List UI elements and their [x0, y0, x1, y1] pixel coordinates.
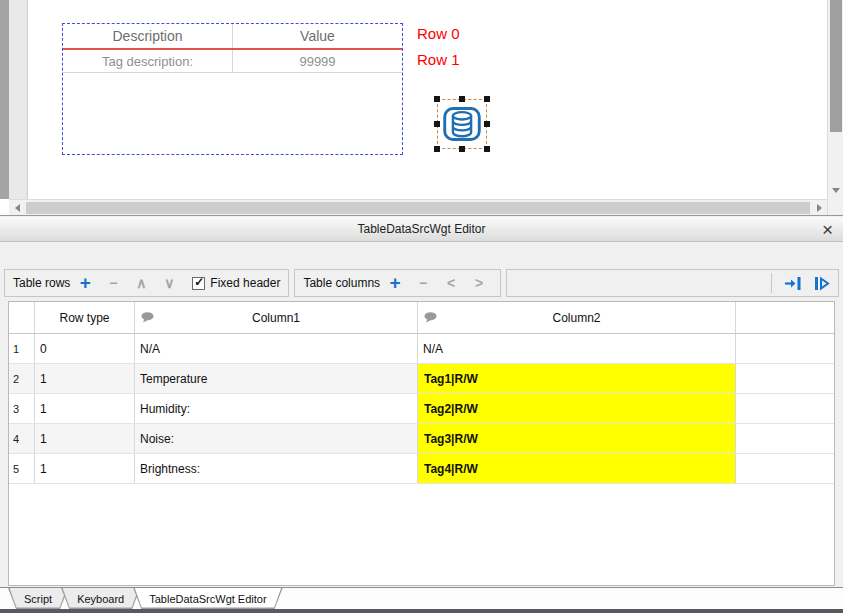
table-widget-header-description: Description: [63, 24, 233, 48]
row-number[interactable]: 2: [9, 364, 35, 393]
move-column-left-button[interactable]: <: [438, 275, 464, 291]
triangle-left-icon: [15, 204, 20, 212]
row-number[interactable]: 3: [9, 394, 35, 423]
selection-handle[interactable]: [434, 96, 440, 102]
bar-triangle-icon: [814, 276, 830, 291]
add-row-button[interactable]: +: [72, 271, 98, 295]
grid-cell-row-type[interactable]: 1: [35, 394, 135, 423]
grid-header-column1[interactable]: Column1: [135, 302, 418, 333]
grid-cell-row-type[interactable]: 1: [35, 364, 135, 393]
close-button[interactable]: ×: [822, 217, 833, 242]
row-number[interactable]: 5: [9, 454, 35, 483]
selection-handle[interactable]: [484, 121, 490, 127]
grid-header-row: Row type Column1 Column2: [9, 302, 834, 334]
table-widget-cell-value: 99999: [233, 50, 402, 72]
check-icon: ✓: [194, 275, 204, 289]
table-row: 4 1 Noise: Tag3|R/W: [9, 424, 834, 454]
table-columns-label: Table columns: [303, 276, 380, 290]
fixed-header-checkbox[interactable]: ✓ Fixed header: [192, 276, 280, 290]
move-column-right-button[interactable]: >: [466, 275, 492, 291]
move-row-up-button[interactable]: ∧: [128, 275, 154, 291]
bottom-tab-bar: Script Keyboard TableDataSrcWgt Editor: [0, 587, 843, 609]
table-row: 3 1 Humidity: Tag2|R/W: [9, 394, 834, 424]
selection-handle[interactable]: [434, 146, 440, 152]
selection-handle[interactable]: [484, 146, 490, 152]
selection-handle[interactable]: [459, 146, 465, 152]
scroll-to-last-column-button[interactable]: [784, 276, 802, 291]
data-source-widget[interactable]: [437, 99, 487, 149]
grid-cell-column1[interactable]: N/A: [135, 334, 418, 363]
toolbar-right-group: [506, 269, 839, 297]
tab-script-label: Script: [24, 593, 52, 605]
comment-icon: [424, 312, 437, 323]
tab-tabledatasrcwgt-editor[interactable]: TableDataSrcWgt Editor: [133, 588, 282, 609]
grid-cell-column1[interactable]: Temperature: [135, 364, 418, 393]
table-widget[interactable]: Description Value Tag description: 99999: [62, 23, 403, 155]
grid-header-row-type-label: Row type: [59, 311, 109, 325]
column-scroll-buttons: [771, 273, 830, 293]
grid-cell-column2-tag[interactable]: Tag3|R/W: [418, 424, 736, 453]
table-columns-group: Table columns + − < >: [294, 269, 501, 297]
table-row: 2 1 Temperature Tag1|R/W: [9, 364, 834, 394]
grid-cell-row-type[interactable]: 0: [35, 334, 135, 363]
left-edge-panel: [0, 0, 9, 199]
database-icon: [442, 104, 482, 144]
remove-row-button[interactable]: −: [100, 275, 126, 291]
grid-corner[interactable]: [9, 302, 35, 333]
panel-title: TableDataSrcWgt Editor: [357, 222, 485, 236]
grid-cell-row-type[interactable]: 1: [35, 424, 135, 453]
triangle-down-icon: [832, 188, 840, 193]
editor-panel: TableDataSrcWgt Editor × Table rows + − …: [0, 215, 843, 613]
design-area: Description Value Tag description: 99999…: [0, 0, 843, 215]
grid-cell-column2[interactable]: N/A: [418, 334, 736, 363]
checkbox-box-icon: ✓: [192, 277, 205, 290]
remove-column-button[interactable]: −: [410, 275, 436, 291]
grid-header-column2[interactable]: Column2: [418, 302, 736, 333]
selection-handle[interactable]: [484, 96, 490, 102]
selection-handle[interactable]: [434, 121, 440, 127]
table-widget-header-row: Description Value: [63, 24, 402, 48]
table-widget-header-value: Value: [233, 24, 402, 48]
panel-title-bar: TableDataSrcWgt Editor ×: [0, 217, 843, 242]
page-columns-right-button[interactable]: [814, 276, 830, 291]
data-grid: Row type Column1 Column2 1 0: [8, 301, 835, 586]
row-number[interactable]: 4: [9, 424, 35, 453]
grid-cell-column2-tag[interactable]: Tag4|R/W: [418, 454, 736, 483]
grid-cell-column1[interactable]: Brightness:: [135, 454, 418, 483]
design-canvas[interactable]: Description Value Tag description: 99999…: [28, 0, 827, 199]
grid-cell-column1[interactable]: Humidity:: [135, 394, 418, 423]
table-row: 5 1 Brightness: Tag4|R/W: [9, 454, 834, 484]
horizontal-scrollbar-thumb[interactable]: [26, 202, 810, 214]
vertical-scrollbar[interactable]: [827, 0, 843, 215]
grid-cell-row-type[interactable]: 1: [35, 454, 135, 483]
left-margin: [9, 0, 28, 199]
add-column-button[interactable]: +: [382, 271, 408, 295]
grid-header-column2-label: Column2: [552, 311, 600, 325]
grid-cell-column2-tag[interactable]: Tag2|R/W: [418, 394, 736, 423]
triangle-right-icon: [817, 204, 822, 212]
grid-header-column1-label: Column1: [252, 311, 300, 325]
grid-header-row-type[interactable]: Row type: [35, 302, 135, 333]
vertical-scrollbar-thumb[interactable]: [830, 0, 842, 132]
tab-tabledatasrcwgt-editor-label: TableDataSrcWgt Editor: [149, 593, 266, 605]
application-window: Description Value Tag description: 99999…: [0, 0, 843, 613]
row-number[interactable]: 1: [9, 334, 35, 363]
move-row-down-button[interactable]: ∨: [156, 275, 182, 291]
scroll-right-button[interactable]: [811, 200, 827, 216]
table-row: 1 0 N/A N/A: [9, 334, 834, 364]
table-rows-group: Table rows + − ∧ ∨ ✓ Fixed header: [4, 269, 289, 297]
grid-cell-column2-tag[interactable]: Tag1|R/W: [418, 364, 736, 393]
editor-toolbar: Table rows + − ∧ ∨ ✓ Fixed header Table …: [4, 269, 839, 297]
tab-keyboard-label: Keyboard: [77, 593, 124, 605]
row-label-0: Row 0: [417, 25, 460, 42]
scroll-down-button[interactable]: [828, 182, 843, 198]
scroll-left-button[interactable]: [9, 200, 25, 216]
table-widget-cell-description: Tag description:: [63, 50, 233, 72]
tab-script[interactable]: Script: [8, 588, 68, 609]
grid-cell-column1[interactable]: Noise:: [135, 424, 418, 453]
selection-handle[interactable]: [459, 96, 465, 102]
tab-keyboard[interactable]: Keyboard: [61, 588, 140, 609]
horizontal-scrollbar[interactable]: [9, 199, 827, 215]
row-label-1: Row 1: [417, 51, 460, 68]
window-bottom-edge: [0, 609, 843, 613]
